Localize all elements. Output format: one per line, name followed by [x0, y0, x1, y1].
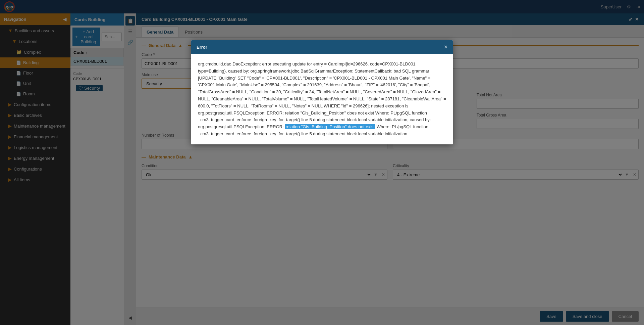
error-highlighted-text: relation "Gis_Building_Position" does no…: [285, 124, 375, 129]
modal-header: Error ×: [191, 40, 453, 54]
modal-overlay[interactable]: Error × org.cmdbuild.dao.DaoException: e…: [0, 0, 644, 325]
error-text-part1: org.cmdbuild.dao.DaoException: error exe…: [198, 61, 446, 129]
modal-title: Error: [197, 45, 207, 50]
error-modal: Error × org.cmdbuild.dao.DaoException: e…: [191, 40, 453, 144]
modal-close-button[interactable]: ×: [444, 44, 447, 51]
modal-body: org.cmdbuild.dao.DaoException: error exe…: [191, 54, 453, 144]
